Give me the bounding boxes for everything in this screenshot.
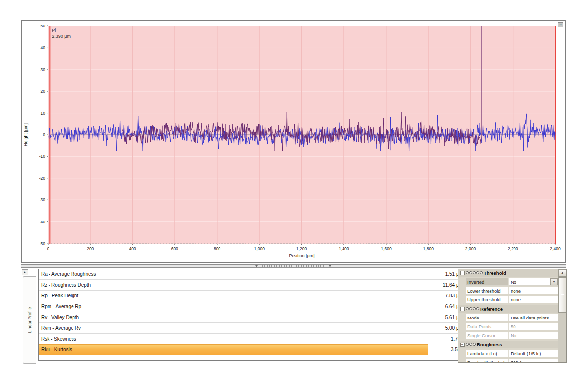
table-row[interactable]: Rpm - Average Rp6.64 µm xyxy=(39,301,466,312)
arrow-up-icon: ▲ xyxy=(561,271,564,274)
chart-corner-button[interactable]: × xyxy=(558,22,563,27)
priority-dots-icon xyxy=(466,271,483,274)
parameter-name: Rku - Kurtosis xyxy=(39,344,428,355)
property-section-header[interactable]: −Roughness xyxy=(458,341,558,348)
property-value[interactable]: 300:1 xyxy=(508,359,558,363)
collapse-section-icon[interactable]: − xyxy=(460,271,465,275)
results-area: ► Linear Profile Ra - Average Roughness1… xyxy=(21,269,567,365)
x-tick-label: 2,000 xyxy=(466,246,476,251)
collapse-section-icon[interactable]: − xyxy=(460,343,465,347)
collapse-panel-button[interactable]: ► xyxy=(22,269,28,275)
chevron-right-icon: ► xyxy=(24,270,27,274)
property-section-header[interactable]: −Threshold xyxy=(458,269,558,277)
property-value[interactable]: none xyxy=(508,287,558,294)
y-tick-label: -50 xyxy=(39,241,46,246)
y-tick-label: -30 xyxy=(39,197,46,202)
section-title: Reference xyxy=(480,306,503,312)
property-row[interactable]: Lower thresholdnone xyxy=(458,287,558,294)
x-tick-label: 1,000 xyxy=(254,246,265,251)
property-label: Mode xyxy=(466,314,508,321)
x-tick-label: 2,200 xyxy=(508,246,518,251)
collapse-section-icon[interactable]: − xyxy=(460,307,465,311)
cursor-annotation-line1: Pl xyxy=(52,28,56,33)
x-tick-label: 2,400 xyxy=(550,246,561,251)
section-title: Threshold xyxy=(484,270,506,276)
x-tick-label: 800 xyxy=(214,246,220,251)
priority-dots-icon xyxy=(466,307,480,310)
property-label: Upper threshold xyxy=(466,296,508,303)
property-value[interactable]: 50 xyxy=(508,323,558,330)
x-tick-label: 1,200 xyxy=(296,246,307,251)
property-label: Single Cursor xyxy=(466,332,508,339)
property-row[interactable]: Bandwidth (Lc:Ls)300:1 xyxy=(458,359,558,363)
property-value[interactable]: Use all data points xyxy=(508,314,558,321)
y-tick-label: -40 xyxy=(39,220,46,224)
property-row[interactable]: Upper thresholdnone xyxy=(458,296,558,303)
side-tab-strip: ► Linear Profile xyxy=(21,269,38,365)
splitter-arrow-icon xyxy=(329,265,332,267)
y-tick-label: 40 xyxy=(41,45,46,50)
property-section-header[interactable]: −Reference xyxy=(458,305,558,313)
y-axis-title: Height [µm] xyxy=(24,123,28,146)
section-title: Roughness xyxy=(477,342,502,347)
y-tick-label: 50 xyxy=(41,24,46,28)
y-tick-label: 10 xyxy=(41,111,46,116)
profile-chart[interactable]: 50403020100-10-20-30-40-5002004006008001… xyxy=(22,21,565,262)
properties-panel: −ThresholdInvertedNo▼Lower thresholdnone… xyxy=(458,269,567,363)
properties-scrollbar[interactable]: ▲ xyxy=(558,269,566,362)
property-value[interactable]: none xyxy=(508,296,558,303)
property-label: Lambda c (Lc) xyxy=(466,350,508,357)
x-tick-label: 400 xyxy=(129,246,136,251)
y-tick-label: -20 xyxy=(39,176,46,181)
y-tick-label: -10 xyxy=(39,154,46,159)
property-value[interactable]: No xyxy=(508,332,558,339)
x-tick-label: 0 xyxy=(47,246,49,251)
x-axis-title: Position [µm] xyxy=(289,253,314,258)
close-icon: × xyxy=(559,23,562,27)
property-row[interactable]: Lambda c (Lc)Default (1/5 ln) xyxy=(458,350,558,357)
y-tick-label: 20 xyxy=(41,89,46,94)
y-tick-label: 30 xyxy=(41,67,46,72)
x-tick-label: 1,600 xyxy=(381,246,392,251)
parameter-name: Rpm - Average Rp xyxy=(39,301,428,312)
parameter-name: Ra - Average Roughness xyxy=(39,269,428,279)
y-tick-label: 0 xyxy=(43,132,45,137)
table-row[interactable]: Rz - Roughness Depth11.64 µm xyxy=(39,280,466,291)
workspace: 50403020100-10-20-30-40-5002004006008001… xyxy=(0,0,588,392)
table-row[interactable]: Rp - Peak Height7.83 µm xyxy=(39,291,466,301)
table-row[interactable]: Rku - Kurtosis3.506 xyxy=(39,344,466,355)
table-row[interactable]: Rsk - Skewness1.700 xyxy=(39,334,466,344)
tab-label: Linear Profile xyxy=(27,307,32,333)
tab-linear-profile[interactable]: Linear Profile xyxy=(23,276,36,364)
property-label: Data Points xyxy=(466,323,508,330)
scroll-up-button[interactable]: ▲ xyxy=(558,269,566,277)
parameter-name: Rsk - Skewness xyxy=(39,334,428,344)
property-row[interactable]: Single CursorNo xyxy=(458,332,558,339)
parameter-name: Rz - Roughness Depth xyxy=(39,280,428,290)
splitter-arrow-icon xyxy=(255,265,258,267)
results-table: Ra - Average Roughness1.51 µmRz - Roughn… xyxy=(38,269,475,361)
table-row[interactable]: Rvm - Average Rv5.00 µm xyxy=(39,323,466,334)
property-row[interactable]: Data Points50 xyxy=(458,323,558,330)
priority-dots-icon xyxy=(466,343,476,346)
property-value[interactable]: Default (1/5 ln) xyxy=(508,350,558,357)
parameter-name: Rp - Peak Height xyxy=(39,291,428,301)
table-row[interactable]: Rv - Valley Depth5.61 µm xyxy=(39,312,466,323)
thumb-grip-icon xyxy=(561,294,564,295)
property-value[interactable]: No▼ xyxy=(508,278,558,286)
property-row[interactable]: InvertedNo▼ xyxy=(458,278,558,286)
dropdown-arrow-icon[interactable]: ▼ xyxy=(550,278,558,285)
x-tick-label: 600 xyxy=(172,246,178,251)
x-tick-label: 1,400 xyxy=(339,246,349,251)
splitter-grip-icon xyxy=(262,265,325,267)
x-tick-label: 1,800 xyxy=(423,246,434,251)
x-tick-label: 200 xyxy=(87,246,94,251)
property-label: Inverted xyxy=(466,278,508,286)
profile-chart-panel: 50403020100-10-20-30-40-5002004006008001… xyxy=(21,20,566,263)
table-row[interactable]: Ra - Average Roughness1.51 µm xyxy=(39,269,466,280)
scrollbar-thumb[interactable] xyxy=(558,277,566,313)
property-label: Bandwidth (Lc:Ls) xyxy=(466,359,508,363)
horizontal-splitter[interactable] xyxy=(21,264,566,268)
property-label: Lower threshold xyxy=(466,287,508,294)
property-row[interactable]: ModeUse all data points xyxy=(458,314,558,321)
